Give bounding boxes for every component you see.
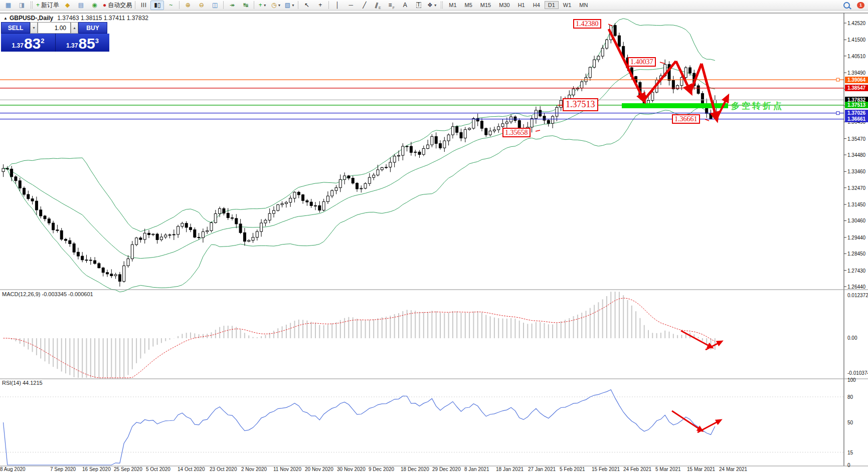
expert-advisors-icon[interactable]: ▤: [74, 1, 88, 10]
cursor-button[interactable]: ↖: [300, 1, 313, 10]
trend-arrow[interactable]: [702, 64, 717, 119]
date-axis-label[interactable]: 11 Nov 2020: [273, 466, 301, 472]
timeframe-button-m30[interactable]: M30: [495, 1, 513, 9]
text-button[interactable]: A: [398, 1, 412, 10]
auto-scroll-button[interactable]: ↠: [225, 1, 239, 10]
buy-price-prefix: 1.37: [66, 41, 78, 51]
collapse-panel-icon[interactable]: ▲: [4, 16, 8, 21]
vertical-line-button[interactable]: │: [330, 1, 344, 10]
pivot-annotation-text[interactable]: 多空转折点: [731, 100, 784, 112]
sell-price-button[interactable]: 1.37832: [1, 34, 55, 52]
trend-arrow[interactable]: [690, 64, 702, 92]
templates-button[interactable]: ▧▼: [283, 1, 296, 10]
new-order-button[interactable]: +新订单: [35, 1, 61, 10]
date-axis-label[interactable]: 24 Feb 2021: [623, 466, 651, 472]
date-axis-label[interactable]: 15 Feb 2021: [592, 466, 620, 472]
date-axis-label[interactable]: 24 Mar 2021: [719, 466, 747, 472]
bar-chart-button[interactable]: ☰: [137, 1, 150, 10]
date-axis-label[interactable]: 8 Aug 2020: [0, 466, 26, 472]
fibonacci-button[interactable]: ≡F: [385, 1, 398, 10]
price-axis-tick: 1.32470: [847, 185, 865, 191]
sell-button[interactable]: SELL: [1, 22, 30, 34]
arrows-button[interactable]: ❖▼: [425, 1, 439, 10]
tile-windows-button[interactable]: ◫: [208, 1, 222, 10]
horizontal-line-button[interactable]: ─: [344, 1, 358, 10]
timeframe-button-d1[interactable]: D1: [545, 1, 559, 9]
date-axis-label[interactable]: 15 Mar 2021: [687, 466, 715, 472]
timeframe-button-m1[interactable]: M1: [445, 1, 460, 9]
zoom-in-button[interactable]: ⊕: [181, 1, 195, 10]
date-axis-label[interactable]: 14 Oct 2020: [178, 466, 205, 472]
templates-button-dropdown-icon[interactable]: ▼: [291, 4, 295, 7]
toolbar-grip[interactable]: [31, 2, 33, 9]
market-watch-icon[interactable]: ◆: [61, 1, 74, 10]
indicators-button-dropdown-icon[interactable]: ▼: [263, 4, 267, 7]
notifications-icon[interactable]: 1: [857, 2, 864, 9]
date-axis-label[interactable]: 9 Dec 2020: [369, 466, 394, 472]
toolbar-separator: [254, 1, 254, 9]
price-tag-1.36661: 1.36661: [845, 116, 868, 122]
date-axis-label[interactable]: 18 Dec 2020: [401, 466, 429, 472]
timeframe-button-w1[interactable]: W1: [560, 1, 575, 9]
chart-canvas[interactable]: [0, 0, 868, 472]
rsi-indicator-label: RSI(14) 44.1215: [2, 380, 43, 386]
search-icon[interactable]: [843, 2, 850, 9]
timeframe-button-h4[interactable]: H4: [530, 1, 544, 9]
buy-button[interactable]: BUY: [78, 22, 107, 34]
timeframe-button-m15[interactable]: M15: [477, 1, 494, 9]
price-annotation-label[interactable]: 1.37513: [563, 98, 598, 111]
date-axis-label[interactable]: 29 Dec 2020: [432, 466, 461, 472]
price-annotation-label[interactable]: 1.40037: [628, 57, 656, 67]
line-chart-button[interactable]: ~: [164, 1, 178, 10]
periods-button-dropdown-icon[interactable]: ▼: [278, 4, 281, 7]
date-axis-label[interactable]: 5 Feb 2021: [560, 466, 585, 472]
buy-price-button[interactable]: 1.37853: [55, 34, 109, 52]
date-axis-label[interactable]: 23 Oct 2020: [210, 466, 237, 472]
date-axis-label[interactable]: 16 Sep 2020: [82, 466, 111, 472]
periods-button[interactable]: ◷▼: [269, 1, 283, 10]
arrows-button-dropdown-icon[interactable]: ▼: [434, 4, 437, 7]
date-axis-label[interactable]: 20 Nov 2020: [305, 466, 333, 472]
price-annotation-label[interactable]: 1.42380: [573, 19, 601, 29]
zoom-out-button[interactable]: ⊖: [195, 1, 208, 10]
crosshair-button[interactable]: +: [313, 1, 327, 10]
volume-decrease-button[interactable]: ▾: [30, 22, 38, 34]
profiles-icon[interactable]: ◨: [15, 1, 29, 10]
price-annotation-label[interactable]: 1.35658: [502, 128, 531, 137]
date-axis-label[interactable]: 7 Sep 2020: [50, 466, 76, 472]
timeframe-button-mn[interactable]: MN: [576, 1, 591, 9]
volume-input[interactable]: [38, 22, 71, 34]
line-handle[interactable]: [836, 112, 839, 115]
price-axis-tick: 1.42520: [847, 21, 865, 26]
date-axis-label[interactable]: 5 Mar 2021: [655, 466, 681, 472]
chart-shift-button[interactable]: ↹: [239, 1, 252, 10]
signals-icon[interactable]: ◉: [88, 1, 101, 10]
price-annotation-label[interactable]: 1.36661: [672, 114, 700, 124]
date-axis-label[interactable]: 18 Jan 2021: [496, 466, 524, 472]
price-axis-tick: 1.29440: [847, 235, 865, 241]
date-axis-label[interactable]: 30 Nov 2020: [337, 466, 366, 472]
text-label-button[interactable]: T: [412, 1, 425, 10]
indicators-button[interactable]: +▼: [256, 1, 269, 10]
timeframe-button-m5[interactable]: M5: [461, 1, 476, 9]
date-axis-label[interactable]: 8 Jan 2021: [464, 466, 489, 472]
date-axis-label[interactable]: 25 Sep 2020: [114, 466, 142, 472]
trend-arrow[interactable]: [698, 420, 720, 432]
trend-arrow[interactable]: [644, 61, 676, 100]
trendline-button[interactable]: ╱: [358, 1, 371, 10]
volume-increase-button[interactable]: ▴: [71, 22, 78, 34]
date-axis-label[interactable]: 27 Jan 2021: [528, 466, 556, 472]
trend-arrow[interactable]: [672, 411, 702, 430]
timeframe-button-h1[interactable]: H1: [514, 1, 529, 9]
autotrading-button[interactable]: ●自动交易: [101, 1, 133, 10]
date-axis-label[interactable]: 2 Nov 2020: [241, 466, 267, 472]
equidistant-channel-button[interactable]: ∥E: [371, 1, 385, 10]
toolbar-grip[interactable]: [441, 2, 443, 9]
line-handle[interactable]: [836, 78, 839, 81]
price-axis-tick: 1.35470: [847, 136, 865, 142]
candlestick-chart-button[interactable]: ▮▯: [150, 1, 164, 10]
mt4-window: ▦◨+新订单◆▤◉●自动交易☰▮▯~⊕⊖◫↠↹+▼◷▼▧▼↖+│─╱∥E≡FAT…: [0, 0, 868, 472]
date-axis-label[interactable]: 5 Oct 2020: [146, 466, 170, 472]
macd-axis-tick: -0.010374: [847, 370, 868, 376]
new-chart-icon[interactable]: ▦: [2, 1, 15, 10]
